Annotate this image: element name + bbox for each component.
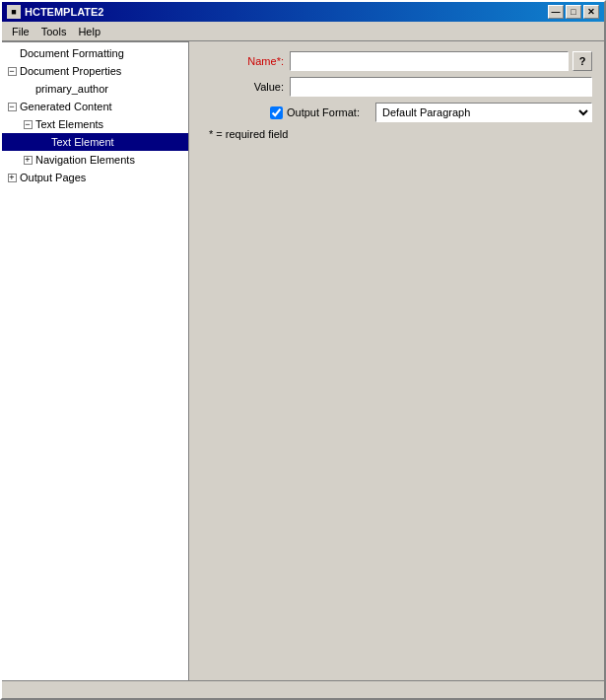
tree-item-output-pages[interactable]: + Output Pages — [2, 169, 188, 186]
expander-box-text-elements: − — [24, 120, 33, 129]
right-panel: Name*: ? Value: Output Format: Defau — [189, 41, 604, 680]
tree-label-primary-author: primary_author — [35, 83, 108, 95]
title-bar: ■ HCTEMPLATE2 — □ ✕ — [2, 2, 604, 22]
menu-help[interactable]: Help — [72, 24, 106, 39]
status-bar — [2, 680, 604, 698]
menu-file[interactable]: File — [6, 24, 35, 39]
value-label: Value: — [201, 81, 290, 93]
tree-item-doc-formatting[interactable]: Document Formatting — [2, 44, 188, 62]
value-input[interactable] — [290, 77, 592, 97]
tree-label-generated-content: Generated Content — [20, 101, 112, 112]
expander-doc-properties: − — [4, 63, 20, 79]
value-row: Value: — [201, 77, 592, 97]
tree-label-text-elements: Text Elements — [35, 118, 103, 130]
tree-item-text-elements[interactable]: − Text Elements — [2, 115, 188, 133]
expander-output-pages: + — [4, 170, 20, 185]
tree-item-text-element[interactable]: Text Element — [2, 133, 188, 151]
title-bar-left: ■ HCTEMPLATE2 — [7, 5, 103, 19]
tree-label-output-pages: Output Pages — [20, 172, 86, 183]
expander-box-output-pages: + — [8, 174, 17, 182]
title-controls: — □ ✕ — [548, 5, 599, 19]
name-label-text: Name*: — [247, 55, 284, 67]
app-icon: ■ — [7, 5, 21, 19]
output-format-row: Output Format: Default Paragraph Heading… — [201, 103, 592, 122]
expander-placeholder-formatting — [4, 45, 20, 61]
expander-placeholder-text-element — [35, 134, 51, 150]
expander-navigation-elements: + — [20, 152, 35, 168]
menu-bar: File Tools Help — [2, 22, 604, 41]
tree-item-doc-properties[interactable]: − Document Properties — [2, 62, 188, 80]
maximize-button[interactable]: □ — [566, 5, 581, 19]
expander-generated-content: − — [4, 99, 20, 114]
tree-label-navigation-elements: Navigation Elements — [35, 154, 135, 166]
menu-tools[interactable]: Tools — [35, 24, 73, 39]
expander-box-generated-content: − — [8, 103, 17, 111]
tree-item-generated-content[interactable]: − Generated Content — [2, 98, 188, 115]
output-format-select[interactable]: Default Paragraph Heading 1 Heading 2 Pr… — [375, 103, 592, 122]
expander-placeholder-primary-author — [20, 81, 35, 97]
expander-box-nav-elements: + — [24, 156, 33, 165]
expander-text-elements: − — [20, 116, 35, 132]
tree-label-doc-formatting: Document Formatting — [20, 47, 124, 59]
main-window: ■ HCTEMPLATE2 — □ ✕ File Tools Help Docu… — [0, 0, 606, 700]
tree-label-doc-properties: Document Properties — [20, 65, 121, 77]
tree-item-navigation-elements[interactable]: + Navigation Elements — [2, 151, 188, 169]
help-button[interactable]: ? — [572, 51, 592, 71]
form-area: Name*: ? Value: Output Format: Defau — [197, 47, 596, 144]
tree-label-text-element: Text Element — [51, 136, 114, 148]
minimize-button[interactable]: — — [548, 5, 564, 19]
required-note: * = required field — [201, 128, 592, 140]
output-format-checkbox[interactable] — [270, 106, 283, 119]
window-title: HCTEMPLATE2 — [25, 6, 103, 18]
close-button[interactable]: ✕ — [583, 5, 599, 19]
tree-panel: Document Formatting − Document Propertie… — [2, 41, 189, 680]
name-label: Name*: — [201, 55, 290, 67]
main-content: Document Formatting − Document Propertie… — [2, 41, 604, 680]
tree-item-primary-author[interactable]: primary_author — [2, 80, 188, 98]
output-format-label: Output Format: — [287, 106, 375, 118]
name-row: Name*: ? — [201, 51, 592, 71]
name-input[interactable] — [290, 51, 569, 71]
expander-box-doc-properties: − — [8, 67, 17, 76]
